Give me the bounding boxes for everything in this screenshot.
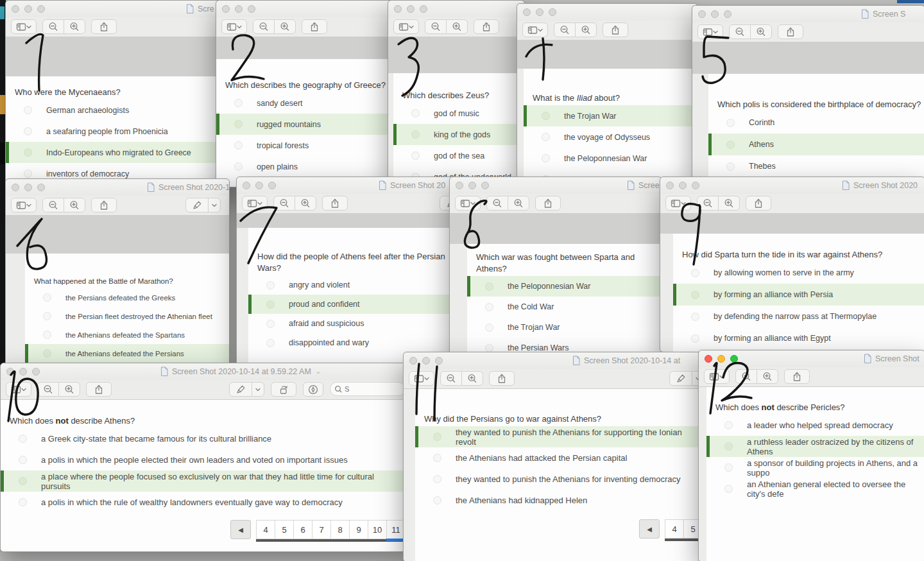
sidebar-toggle-button[interactable] [11, 198, 37, 212]
minimize-button[interactable] [422, 357, 430, 365]
answer-option-selected[interactable]: the Trojan War [524, 105, 697, 126]
zoom-in-button[interactable] [64, 198, 85, 212]
minimize-button[interactable] [235, 5, 243, 13]
close-button[interactable] [666, 182, 674, 189]
page-button[interactable]: 4 [665, 519, 683, 539]
markup-pen-button[interactable] [669, 371, 692, 386]
zoom-out-button[interactable] [37, 382, 59, 397]
titlebar[interactable]: Scre [6, 1, 228, 17]
zoom-in-button[interactable] [508, 196, 529, 211]
answer-option[interactable]: tropical forests [216, 135, 402, 156]
answer-option[interactable]: Corinth [708, 112, 924, 134]
zoom-button[interactable] [724, 10, 732, 18]
answer-option-selected[interactable]: Indo-Europeans who migrated to Greece [6, 142, 228, 163]
page-button[interactable]: 8 [330, 520, 349, 539]
answer-option[interactable]: an Athenian general elected to oversee t… [706, 478, 924, 499]
zoom-button[interactable] [481, 182, 489, 189]
answer-option[interactable]: by defending the narrow pass at Thermopy… [673, 306, 924, 327]
sidebar-toggle-button[interactable] [409, 371, 434, 386]
answer-option[interactable]: Thebes [708, 155, 924, 177]
answer-option[interactable]: afraid and suspicious [248, 314, 458, 333]
minimize-button[interactable] [24, 5, 32, 13]
sidebar-toggle-button[interactable] [393, 19, 419, 34]
zoom-button[interactable] [420, 5, 427, 13]
zoom-button[interactable] [37, 5, 45, 13]
titlebar[interactable]: Screen Shot 2020-10-14 at [404, 352, 703, 369]
close-button[interactable] [698, 10, 706, 18]
page-button[interactable]: 5 [275, 520, 293, 539]
share-button[interactable] [746, 196, 771, 211]
answer-option-selected[interactable]: a ruthless leader ostracized by the citi… [706, 436, 924, 457]
answer-option[interactable]: the Persian fleet destroyed the Athenian… [25, 307, 229, 325]
share-button[interactable] [778, 24, 803, 39]
zoom-in-button[interactable] [295, 196, 316, 211]
zoom-out-button[interactable] [273, 196, 295, 211]
share-button[interactable] [474, 19, 499, 34]
answer-option[interactable]: a leader who helped spread democracy [706, 415, 924, 436]
answer-option-selected[interactable]: by forming an alliance with Persia [673, 284, 924, 306]
answer-option[interactable]: angry and violent [248, 275, 458, 295]
zoom-out-button[interactable] [425, 19, 447, 34]
close-button[interactable] [12, 184, 19, 191]
titlebar[interactable] [216, 1, 402, 17]
answer-option[interactable]: god of music [393, 103, 524, 124]
sidebar-toggle-button[interactable] [242, 196, 268, 211]
zoom-out-button[interactable] [440, 371, 462, 386]
zoom-out-button[interactable] [729, 24, 751, 39]
minimize-button[interactable] [717, 355, 725, 363]
minimize-button[interactable] [536, 8, 543, 16]
answer-option-selected[interactable]: they wanted to punish the Athenians for … [415, 426, 703, 447]
sidebar-toggle-button[interactable] [665, 196, 691, 211]
markup-pen-button[interactable] [185, 198, 209, 212]
prev-page-button[interactable]: ◀ [639, 519, 660, 539]
zoom-button[interactable] [730, 355, 738, 363]
markup-pen-dropdown[interactable] [208, 198, 221, 212]
zoom-out-button[interactable] [42, 198, 64, 212]
page-button[interactable]: 9 [349, 520, 368, 539]
close-button[interactable] [6, 368, 14, 375]
share-button[interactable] [603, 22, 628, 37]
sidebar-toggle-button[interactable] [221, 19, 247, 34]
zoom-button[interactable] [268, 182, 276, 189]
minimize-button[interactable] [407, 5, 415, 13]
titlebar[interactable]: Screen Shot 2020-10-14 at 9.59.22 AM⌄ [1, 363, 405, 380]
minimize-button[interactable] [468, 182, 476, 189]
zoom-in-button[interactable] [718, 196, 740, 211]
answer-option[interactable]: a Greek city-state that became famous fo… [1, 428, 405, 449]
titlebar[interactable]: Screen Shot 20 [237, 177, 458, 194]
answer-option[interactable]: a polis in which the rule of wealthy lan… [1, 492, 405, 513]
page-button-current[interactable]: 11 [386, 520, 405, 539]
answer-option[interactable]: they wanted to punish the Athenians for … [415, 469, 703, 490]
answer-option-selected[interactable]: king of the gods [393, 124, 524, 145]
answer-option[interactable]: the voyage of Odysseus [524, 126, 697, 148]
answer-option-selected[interactable]: proud and confident [248, 295, 458, 314]
zoom-in-button[interactable] [461, 371, 483, 386]
share-button[interactable] [535, 196, 561, 211]
markup-pen-dropdown[interactable] [252, 382, 264, 397]
minimize-button[interactable] [19, 368, 27, 375]
close-button[interactable] [243, 182, 250, 189]
sidebar-toggle-button[interactable] [522, 22, 548, 37]
zoom-button[interactable] [435, 357, 443, 365]
zoom-button[interactable] [692, 182, 699, 189]
search-field[interactable] [330, 380, 406, 397]
answer-option[interactable]: sandy desert [216, 92, 402, 114]
close-button[interactable] [409, 357, 417, 365]
zoom-out-button[interactable] [253, 19, 275, 34]
answer-option[interactable]: the Athenians had attacked the Persian c… [415, 447, 703, 469]
rotate-button[interactable] [271, 382, 296, 397]
minimize-button[interactable] [255, 182, 263, 189]
answer-option-selected[interactable]: rugged mountains [216, 114, 402, 135]
answer-option[interactable]: a polis in which the people elected thei… [1, 449, 405, 470]
answer-option[interactable]: a seafaring people from Phoenicia [6, 121, 228, 142]
answer-option[interactable]: the Trojan War [467, 317, 662, 338]
answer-option[interactable]: by allowing women to serve in the army [673, 262, 924, 284]
answer-option[interactable]: a sponsor of building projects in Athens… [706, 457, 924, 478]
answer-option[interactable]: the Persians defeated the Greeks [25, 288, 229, 307]
prev-page-button[interactable]: ◀ [230, 520, 251, 539]
close-button[interactable] [705, 355, 712, 363]
answer-option[interactable]: god of the sea [393, 145, 524, 166]
zoom-button[interactable] [248, 5, 255, 13]
sidebar-toggle-button[interactable] [704, 369, 730, 384]
title-chevron-icon[interactable]: ⌄ [316, 368, 321, 375]
